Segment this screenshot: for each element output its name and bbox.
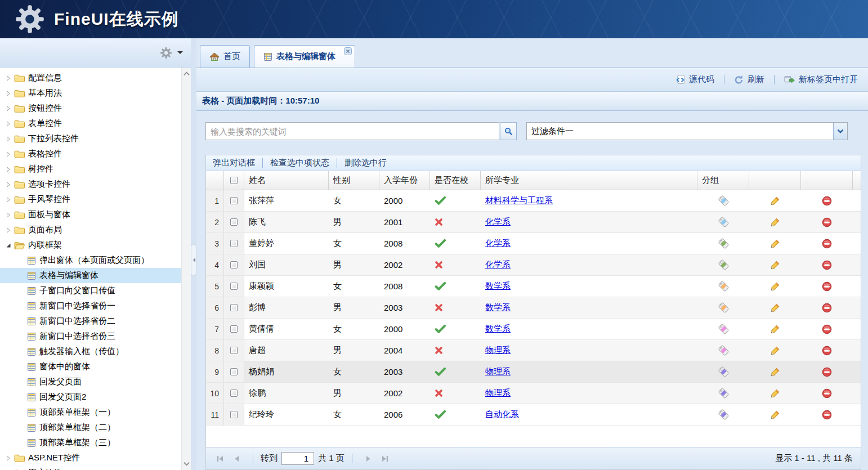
row-checkbox-cell[interactable] xyxy=(224,404,244,425)
tree-leaf-item[interactable]: 窗体中的窗体 xyxy=(0,359,181,374)
tree-folder-item[interactable]: 表单控件 xyxy=(0,116,181,131)
delete-button[interactable] xyxy=(822,260,832,270)
prev-page-button[interactable] xyxy=(230,452,244,465)
tree-leaf-item[interactable]: 回发父页面2 xyxy=(0,390,181,405)
search-button[interactable] xyxy=(500,122,517,140)
row-checkbox-cell[interactable] xyxy=(224,319,244,339)
row-checkbox[interactable] xyxy=(230,390,238,397)
expand-icon[interactable] xyxy=(4,75,12,81)
major-link[interactable]: 数学系 xyxy=(485,324,511,334)
source-code-button[interactable]: 源代码 xyxy=(673,74,717,85)
header-sex[interactable]: 性别 xyxy=(329,171,379,190)
first-page-button[interactable] xyxy=(213,452,227,465)
refresh-button[interactable]: 刷新 xyxy=(732,74,767,85)
tree-leaf-item[interactable]: 新窗口中选择省份二 xyxy=(0,314,181,329)
tree-folder-item[interactable]: 内联框架 xyxy=(0,238,181,253)
delete-button[interactable] xyxy=(822,324,832,334)
major-link[interactable]: 化学系 xyxy=(485,217,511,227)
edit-button[interactable] xyxy=(770,388,780,399)
row-checkbox-cell[interactable] xyxy=(224,212,244,232)
header-year[interactable]: 入学年份 xyxy=(379,171,430,190)
expand-icon[interactable] xyxy=(4,212,12,218)
delete-button[interactable] xyxy=(822,346,832,356)
delete-button[interactable] xyxy=(822,410,832,420)
tree-folder-item[interactable]: 树控件 xyxy=(0,162,181,177)
edit-button[interactable] xyxy=(770,324,780,334)
edit-button[interactable] xyxy=(770,260,780,270)
delete-button[interactable] xyxy=(822,217,832,227)
close-tab-icon[interactable] xyxy=(344,47,352,55)
expand-icon[interactable] xyxy=(4,106,12,111)
collapse-icon[interactable] xyxy=(4,243,12,248)
edit-button[interactable] xyxy=(770,196,780,206)
expand-icon[interactable] xyxy=(4,136,12,142)
tree-folder-item[interactable]: 手风琴控件 xyxy=(0,192,181,207)
tree-folder-item[interactable]: 表格控件 xyxy=(0,146,181,162)
delete-button[interactable] xyxy=(822,303,832,313)
open-dialog-button[interactable]: 弹出对话框 xyxy=(213,158,255,168)
major-link[interactable]: 数学系 xyxy=(485,281,511,292)
tree-folder-item[interactable]: 下拉列表控件 xyxy=(0,131,181,146)
tree-folder-item[interactable]: 面板与窗体 xyxy=(0,207,181,222)
edit-button[interactable] xyxy=(770,281,780,292)
major-link[interactable]: 化学系 xyxy=(485,259,511,270)
tree-leaf-selected[interactable]: 表格与编辑窗体 xyxy=(0,268,181,283)
settings-gear-button[interactable] xyxy=(160,47,172,59)
edit-button[interactable] xyxy=(770,410,780,420)
page-number-input[interactable] xyxy=(281,452,314,465)
major-link[interactable]: 物理系 xyxy=(485,388,511,399)
edit-button[interactable] xyxy=(770,303,780,313)
chevron-down-icon[interactable] xyxy=(833,123,847,140)
row-checkbox[interactable] xyxy=(230,304,238,311)
tree-folder-item[interactable]: 用户控件 xyxy=(0,465,181,470)
tree-leaf-item[interactable]: 子窗口向父窗口传值 xyxy=(0,283,181,298)
tree-folder-item[interactable]: 配置信息 xyxy=(0,70,181,86)
tree-folder-item[interactable]: 选项卡控件 xyxy=(0,177,181,192)
row-checkbox-cell[interactable] xyxy=(224,276,244,297)
filter-dropdown[interactable]: 过滤条件一 xyxy=(526,122,848,140)
major-link[interactable]: 化学系 xyxy=(485,238,511,249)
major-link[interactable]: 物理系 xyxy=(485,366,511,377)
splitter[interactable] xyxy=(191,38,196,470)
row-checkbox-cell[interactable] xyxy=(224,383,244,404)
tab-home[interactable]: 首页 xyxy=(200,45,250,68)
scroll-down-button[interactable] xyxy=(182,459,191,469)
delete-button[interactable] xyxy=(822,367,832,377)
tree-leaf-item[interactable]: 顶部菜单框架（三） xyxy=(0,435,181,450)
expand-icon[interactable] xyxy=(4,167,12,172)
row-checkbox[interactable] xyxy=(230,197,238,204)
row-checkbox-cell[interactable] xyxy=(224,254,244,275)
row-checkbox[interactable] xyxy=(230,261,238,268)
check-selected-button[interactable]: 检查选中项状态 xyxy=(270,158,329,168)
sidebar-scrollbar[interactable] xyxy=(181,68,191,470)
search-input[interactable] xyxy=(205,122,499,140)
expand-icon[interactable] xyxy=(4,151,12,157)
header-select-all[interactable] xyxy=(224,171,244,190)
delete-selected-button[interactable]: 删除选中行 xyxy=(344,158,387,168)
header-group[interactable]: 分组 xyxy=(697,171,749,190)
tree-folder-item[interactable]: 基本用法 xyxy=(0,86,181,101)
header-major[interactable]: 所学专业 xyxy=(481,171,697,190)
expand-icon[interactable] xyxy=(4,182,12,187)
tree-leaf-item[interactable]: 顶部菜单框架（一） xyxy=(0,405,181,420)
row-checkbox[interactable] xyxy=(230,325,238,333)
major-link[interactable]: 数学系 xyxy=(485,302,511,313)
edit-button[interactable] xyxy=(770,217,780,227)
collapse-sidebar-handle[interactable] xyxy=(191,244,196,276)
major-link[interactable]: 物理系 xyxy=(485,345,511,356)
row-checkbox[interactable] xyxy=(230,283,238,290)
tree-folder-item[interactable]: 按钮控件 xyxy=(0,101,181,116)
expand-icon[interactable] xyxy=(4,121,12,127)
next-page-button[interactable] xyxy=(361,452,375,465)
row-checkbox[interactable] xyxy=(230,411,238,418)
expand-icon[interactable] xyxy=(4,197,12,203)
scroll-up-button[interactable] xyxy=(182,69,191,79)
expand-icon[interactable] xyxy=(4,455,12,461)
major-link[interactable]: 材料科学与工程系 xyxy=(485,195,553,206)
major-link[interactable]: 自动化系 xyxy=(485,409,519,420)
last-page-button[interactable] xyxy=(378,452,392,465)
row-checkbox[interactable] xyxy=(230,218,238,226)
tree-leaf-item[interactable]: 新窗口中选择省份一 xyxy=(0,298,181,314)
edit-button[interactable] xyxy=(770,346,780,356)
delete-button[interactable] xyxy=(822,388,832,399)
